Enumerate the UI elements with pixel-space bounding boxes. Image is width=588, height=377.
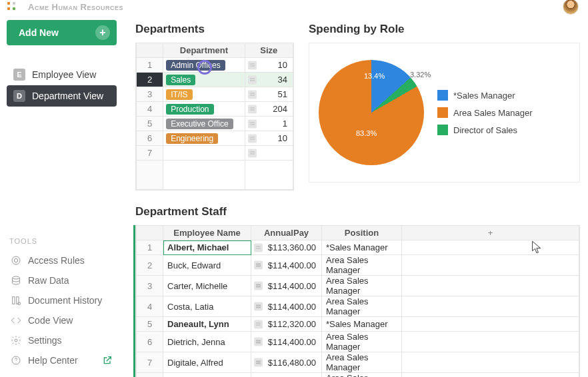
dept-size-cell[interactable]: 10 [245,131,293,146]
row-number: 4 [137,102,163,117]
col-position[interactable]: Position [322,226,402,240]
table-row[interactable]: 5Daneault, Lynn$112,320.00*Sales Manager [137,317,579,332]
record-icon [248,134,257,143]
employee-name-cell[interactable]: Dietrich, Jenna [163,332,251,352]
employee-name-cell[interactable]: Costa, Latia [163,296,251,317]
avatar[interactable] [563,0,579,15]
position-cell[interactable]: Area Sales Manager [322,296,402,317]
pie-chart[interactable]: 13.4% 3.32% 83.3% [319,60,424,165]
view-badge: E [13,69,25,81]
tool-access-rules[interactable]: Access Rules [7,250,117,270]
dept-name-cell[interactable]: Admin Offices [163,58,245,73]
row-number: 6 [137,332,163,352]
dept-name-cell[interactable]: Sales [163,73,245,87]
record-icon [248,75,257,84]
table-row[interactable]: 2Sales34 [137,73,293,87]
employee-name-cell[interactable]: Fraval, Maruk [163,373,251,378]
col-size[interactable]: Size [245,43,293,58]
row-number: 5 [137,117,163,131]
legend-item-director-of-sales[interactable]: Director of Sales [437,125,533,135]
annual-pay-cell[interactable]: $114,400.00 [251,255,322,276]
record-icon [254,243,263,252]
dept-size-cell[interactable]: 51 [245,87,293,102]
annual-pay-cell[interactable]: $114,400.00 [251,276,322,296]
record-icon [254,261,263,270]
departments-title: Departments [135,23,294,36]
tool-help-center[interactable]: Help Center [7,350,117,370]
annual-pay-cell[interactable]: $114,400.00 [251,332,322,352]
svg-point-5 [18,302,21,305]
tool-document-history[interactable]: Document History [7,290,117,310]
record-icon [254,338,263,346]
dept-name-cell[interactable]: IT/IS [163,87,245,102]
col-department[interactable]: Department [163,43,245,58]
svg-point-1 [14,258,17,262]
departments-table[interactable]: Department Size 1Admin Offices102Sales34… [135,43,294,190]
tool-raw-data[interactable]: Raw Data [7,270,117,290]
table-row[interactable] [137,161,293,190]
tool-settings[interactable]: Settings [7,330,117,350]
row-number: 2 [137,73,163,87]
table-row[interactable]: 6Engineering10 [137,131,293,146]
position-cell[interactable]: Area Sales Manager [322,373,402,378]
annual-pay-cell[interactable]: $112,320.00 [251,317,322,332]
app-title: Acme Human Resources [28,2,123,12]
annual-pay-cell[interactable]: $114,400.00 [251,373,322,378]
legend-item-area-sales-manager[interactable]: Area Sales Manager [437,107,533,118]
position-cell[interactable]: Area Sales Manager [322,332,402,352]
dept-size-cell[interactable]: 10 [245,58,293,73]
add-column-button[interactable]: + [402,226,579,240]
position-cell[interactable]: Area Sales Manager [322,352,402,373]
position-cell[interactable]: Area Sales Manager [322,276,402,296]
sidebar-item-employee-view[interactable]: E Employee View [7,64,117,85]
position-cell[interactable]: Area Sales Manager [322,255,402,276]
sidebar-item-department-view[interactable]: D Department View [7,85,117,107]
table-row[interactable]: 5Executive Office1 [137,117,293,131]
table-row[interactable]: 4Costa, Latia$114,400.00Area Sales Manag… [137,296,579,317]
col-annual-pay[interactable]: AnnualPay [251,226,322,240]
table-row[interactable]: 6Dietrich, Jenna$114,400.00Area Sales Ma… [137,332,579,352]
view-label: Department View [32,91,103,101]
dept-size-cell[interactable]: 204 [245,102,293,117]
employee-name-cell[interactable]: Digitale, Alfred [163,352,251,373]
legend-item-sales-manager[interactable]: *Sales Manager [437,90,533,101]
table-row[interactable]: 2Buck, Edward$114,400.00Area Sales Manag… [137,255,579,276]
topbar: Acme Human Resources [0,0,588,13]
employee-name-cell[interactable]: Daneault, Lynn [163,317,251,332]
tool-code-view[interactable]: Code View [7,310,117,330]
position-cell[interactable]: *Sales Manager [322,317,402,332]
table-row[interactable]: 7 [137,146,293,161]
table-row[interactable]: 3IT/IS51 [137,87,293,102]
table-row[interactable]: 1Admin Offices10 [137,58,293,73]
table-row[interactable]: 1Albert, Michael$113,360.00*Sales Manage… [137,240,579,255]
position-cell[interactable]: *Sales Manager [322,240,402,255]
table-row[interactable]: 3Carter, Michelle$114,400.00Area Sales M… [137,276,579,296]
record-icon [248,90,257,99]
record-icon [254,282,263,290]
annual-pay-cell[interactable]: $113,360.00 [251,240,322,255]
employee-name-cell[interactable]: Carter, Michelle [163,276,251,296]
staff-table[interactable]: Employee Name AnnualPay Position + 1Albe… [135,225,580,377]
row-number: 3 [137,276,163,296]
annual-pay-cell[interactable]: $114,400.00 [251,296,322,317]
dept-name-cell[interactable]: Executive Office [163,117,245,131]
annual-pay-cell[interactable]: $116,480.00 [251,352,322,373]
table-row[interactable]: 8Fraval, Maruk$114,400.00Area Sales Mana… [137,373,579,378]
employee-name-cell[interactable]: Albert, Michael [163,240,251,255]
departments-panel: Departments Department Size 1Admin Offic… [135,23,294,190]
dept-name-cell[interactable]: Production [163,102,245,117]
gear-icon [11,335,21,346]
dept-size-cell[interactable]: 1 [245,117,293,131]
external-link-icon [102,355,113,366]
table-row[interactable]: 7Digitale, Alfred$116,480.00Area Sales M… [137,352,579,373]
col-employee-name[interactable]: Employee Name [163,226,251,240]
sidebar: Add New + E Employee View D Department V… [0,13,123,377]
chart-panel: Spending by Role 13.4% 3.32% 83.3% *Sale… [309,23,580,183]
row-number: 3 [137,87,163,102]
add-new-button[interactable]: Add New + [7,20,117,45]
row-number: 6 [137,131,163,146]
dept-name-cell[interactable]: Engineering [163,131,245,146]
dept-size-cell[interactable]: 34 [245,73,293,87]
employee-name-cell[interactable]: Buck, Edward [163,255,251,276]
table-row[interactable]: 4Production204 [137,102,293,117]
